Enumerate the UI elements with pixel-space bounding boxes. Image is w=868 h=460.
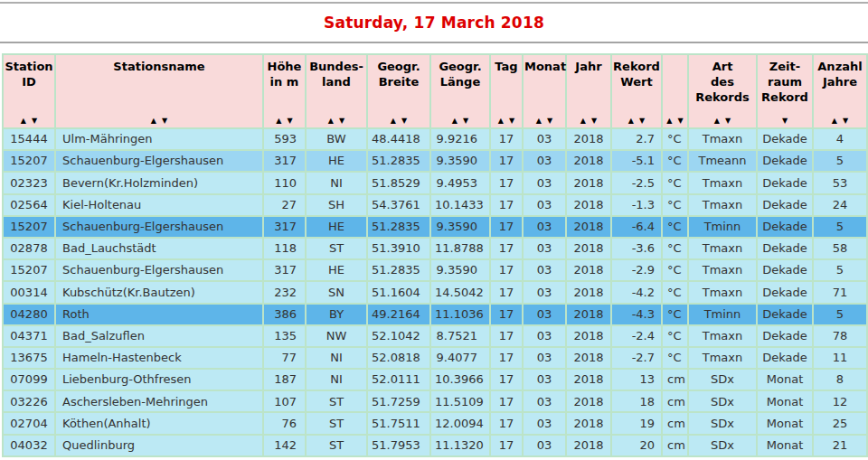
sort-ascending-icon[interactable]: ▲ bbox=[580, 117, 586, 125]
table-row: 15207Schauenburg-Elgershausen317HE51.283… bbox=[3, 150, 867, 172]
col-header-tag: Tag▲▼ bbox=[490, 54, 523, 128]
sort-ascending-icon[interactable]: ▲ bbox=[151, 117, 156, 125]
sort-control[interactable]: ▲▼ bbox=[568, 117, 609, 125]
col-label: Monat bbox=[524, 60, 564, 75]
cell-zeitraum_rekord: Dekade bbox=[757, 216, 813, 238]
cell-tag: 17 bbox=[490, 281, 523, 303]
cell-anzahl_jahre: 71 bbox=[813, 281, 867, 303]
cell-jahr: 2018 bbox=[566, 435, 611, 456]
cell-art_des_rekords: SDx bbox=[688, 390, 757, 412]
sort-descending-icon[interactable]: ▼ bbox=[32, 117, 37, 125]
cell-art_des_rekords: Tmaxn bbox=[688, 194, 757, 216]
table-row: 02704Köthen(Anhalt)76ST51.751112.0094170… bbox=[3, 412, 867, 434]
col-label bbox=[664, 60, 686, 72]
cell-stationsname: Kubschütz(Kr.Bautzen) bbox=[55, 281, 263, 303]
cell-monat: 03 bbox=[523, 412, 566, 434]
sort-descending-icon[interactable]: ▼ bbox=[162, 117, 167, 125]
sort-control[interactable]: ▲▼ bbox=[307, 117, 365, 125]
cell-geogr_laenge: 9.9216 bbox=[430, 128, 490, 150]
cell-rekord_wert: -2.4 bbox=[611, 325, 662, 347]
cell-einheit: °C bbox=[662, 128, 688, 150]
col-label: Geogr. Länge bbox=[432, 60, 488, 90]
sort-ascending-icon[interactable]: ▲ bbox=[714, 117, 720, 125]
cell-anzahl_jahre: 5 bbox=[813, 150, 867, 172]
sort-control[interactable]: ▲▼ bbox=[815, 117, 865, 125]
sort-ascending-icon[interactable]: ▲ bbox=[498, 117, 504, 125]
cell-einheit: cm bbox=[662, 390, 688, 412]
cell-stationsname: Aschersleben-Mehringen bbox=[55, 390, 263, 412]
sort-descending-icon[interactable]: ▼ bbox=[725, 117, 731, 125]
col-header-monat: Monat▲▼ bbox=[523, 54, 566, 128]
cell-geogr_breite: 51.7259 bbox=[367, 390, 430, 412]
table-row: 02564Kiel-Holtenau27SH54.376110.14331703… bbox=[3, 194, 867, 216]
sort-descending-icon[interactable]: ▼ bbox=[288, 117, 293, 125]
sort-ascending-icon[interactable]: ▲ bbox=[276, 117, 281, 125]
cell-geogr_breite: 51.8529 bbox=[367, 172, 430, 193]
cell-station_id: 02704 bbox=[3, 412, 55, 434]
sort-control[interactable]: ▲▼ bbox=[265, 117, 304, 125]
sort-ascending-icon[interactable]: ▲ bbox=[666, 117, 672, 125]
cell-hoehe_in_m: 135 bbox=[263, 325, 306, 347]
cell-hoehe_in_m: 317 bbox=[263, 259, 306, 281]
cell-anzahl_jahre: 4 bbox=[813, 128, 867, 150]
col-label: Höhe in m bbox=[265, 60, 304, 90]
cell-einheit: °C bbox=[662, 281, 688, 303]
table-row: 07099Liebenburg-Othfresen187NI52.011110.… bbox=[3, 369, 867, 390]
sort-descending-icon[interactable]: ▼ bbox=[678, 117, 684, 125]
cell-stationsname: Ulm-Mähringen bbox=[55, 128, 263, 150]
cell-anzahl_jahre: 11 bbox=[813, 347, 867, 369]
sort-control[interactable]: ▲▼ bbox=[524, 117, 564, 125]
sort-control[interactable]: ▲▼ bbox=[492, 117, 521, 125]
cell-station_id: 02878 bbox=[3, 238, 55, 259]
sort-descending-icon[interactable]: ▼ bbox=[463, 117, 468, 125]
cell-monat: 03 bbox=[523, 172, 566, 193]
sort-ascending-icon[interactable]: ▲ bbox=[628, 117, 634, 125]
cell-anzahl_jahre: 21 bbox=[813, 435, 867, 456]
cell-zeitraum_rekord: Dekade bbox=[757, 194, 813, 216]
sort-control[interactable]: ▲▼ bbox=[369, 117, 429, 125]
sort-control[interactable]: ▲▼ bbox=[613, 117, 660, 125]
sort-ascending-icon[interactable]: ▲ bbox=[832, 117, 837, 125]
cell-monat: 03 bbox=[523, 194, 566, 216]
sort-control[interactable]: ▲▼ bbox=[432, 117, 488, 125]
cell-hoehe_in_m: 77 bbox=[263, 347, 306, 369]
sort-ascending-icon[interactable]: ▲ bbox=[21, 117, 26, 125]
sort-descending-icon[interactable]: ▼ bbox=[639, 117, 645, 125]
cell-rekord_wert: -4.3 bbox=[611, 304, 662, 325]
sort-descending-icon[interactable]: ▼ bbox=[782, 117, 788, 125]
col-label: Tag bbox=[492, 60, 521, 75]
cell-bundesland: NI bbox=[306, 172, 367, 193]
table-row: 04032Quedlinburg142ST51.795311.132017032… bbox=[3, 435, 867, 456]
sort-descending-icon[interactable]: ▼ bbox=[591, 117, 597, 125]
cell-hoehe_in_m: 317 bbox=[263, 150, 306, 172]
cell-zeitraum_rekord: Dekade bbox=[757, 281, 813, 303]
col-header-geogr-breite: Geogr. Breite▲▼ bbox=[367, 54, 430, 128]
cell-rekord_wert: -1.3 bbox=[611, 194, 662, 216]
cell-art_des_rekords: Tmaxn bbox=[688, 325, 757, 347]
sort-descending-icon[interactable]: ▼ bbox=[843, 117, 848, 125]
cell-monat: 03 bbox=[523, 281, 566, 303]
sort-ascending-icon[interactable]: ▲ bbox=[391, 117, 396, 125]
table-row: 02878Bad_Lauchstädt118ST51.391011.878817… bbox=[3, 238, 867, 259]
sort-descending-icon[interactable]: ▼ bbox=[509, 117, 514, 125]
cell-rekord_wert: 20 bbox=[611, 435, 662, 456]
cell-art_des_rekords: Tmaxn bbox=[688, 128, 757, 150]
sort-descending-icon[interactable]: ▼ bbox=[547, 117, 552, 125]
sort-ascending-icon[interactable]: ▲ bbox=[328, 117, 334, 125]
table-row: 15207Schauenburg-Elgershausen317HE51.283… bbox=[3, 259, 867, 281]
sort-control[interactable]: ▼ bbox=[759, 117, 811, 125]
cell-tag: 17 bbox=[490, 435, 523, 456]
col-label: Stationsname bbox=[57, 60, 261, 75]
sort-descending-icon[interactable]: ▼ bbox=[339, 117, 344, 125]
sort-control[interactable]: ▲▼ bbox=[690, 117, 755, 125]
cell-einheit: cm bbox=[662, 435, 688, 456]
sort-ascending-icon[interactable]: ▲ bbox=[536, 117, 542, 125]
sort-control[interactable]: ▲▼ bbox=[664, 117, 686, 125]
sort-ascending-icon[interactable]: ▲ bbox=[452, 117, 458, 125]
cell-anzahl_jahre: 24 bbox=[813, 194, 867, 216]
cell-art_des_rekords: Tmeann bbox=[688, 150, 757, 172]
sort-descending-icon[interactable]: ▼ bbox=[401, 117, 407, 125]
cell-hoehe_in_m: 110 bbox=[263, 172, 306, 193]
sort-control[interactable]: ▲▼ bbox=[5, 117, 53, 125]
sort-control[interactable]: ▲▼ bbox=[57, 117, 261, 125]
